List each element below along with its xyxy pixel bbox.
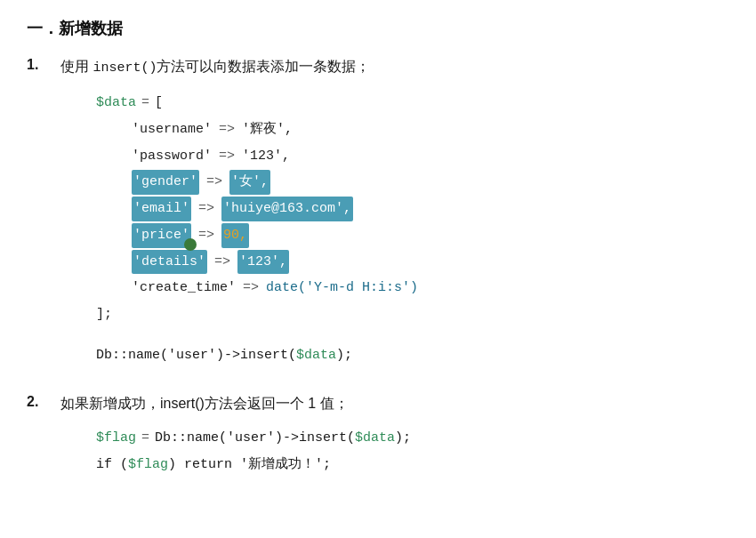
code-line-if-flag: if ($flag) return '新增成功！'; <box>60 452 729 478</box>
bracket-open: [ <box>155 91 163 116</box>
val-password: '123', <box>242 144 290 169</box>
code-line-details: 'details' => '123', <box>60 249 729 276</box>
code-line-bracket-close: ]; <box>60 301 729 328</box>
flag-var: $flag <box>96 426 136 451</box>
val-price: 90, <box>221 223 249 248</box>
arrow-password: => <box>219 144 235 169</box>
code-line-email: 'email' => 'huiye@163.com', <box>60 196 729 222</box>
code-line-username: 'username' => '辉夜', <box>60 116 729 143</box>
arrow-gender: => <box>206 170 222 195</box>
list-item-1: 1. 使用 insert()方法可以向数据表添加一条数据； $data = [ … <box>27 55 729 373</box>
key-gender: 'gender' <box>132 170 199 195</box>
list-desc-1: 使用 insert()方法可以向数据表添加一条数据； <box>60 55 729 79</box>
section-title: 一．新增数据 <box>27 18 729 39</box>
key-email: 'email' <box>132 197 191 221</box>
key-password: 'password' <box>132 144 212 169</box>
code-block-2: $flag = Db::name('user')->insert($data);… <box>60 422 729 482</box>
code-line-password: 'password' => '123', <box>60 143 729 170</box>
code-line-gender: 'gender' => '女', <box>60 169 729 196</box>
key-createtime: 'create_time' <box>132 276 236 301</box>
flag-equals: = <box>141 426 149 451</box>
arrow-details: => <box>214 250 230 275</box>
arrow-username: => <box>219 117 235 142</box>
list-num-2: 2. <box>27 394 52 410</box>
spacer <box>60 328 729 342</box>
arrow-createtime: => <box>243 276 259 301</box>
list-desc-2: 如果新增成功，insert()方法会返回一个 1 值； <box>60 392 729 415</box>
list-num-1: 1. <box>27 57 52 73</box>
main-list: 1. 使用 insert()方法可以向数据表添加一条数据； $data = [ … <box>27 55 729 482</box>
if-stmt: if ($flag) return '新增成功！'; <box>96 453 331 478</box>
key-details: 'details' <box>132 250 207 275</box>
db-call-text: Db::name('user')->insert($data); <box>96 343 352 368</box>
val-createtime: date('Y-m-d H:i:s') <box>266 276 418 301</box>
arrow-email: => <box>198 197 214 221</box>
equals-sign: = <box>141 91 149 116</box>
code-line-price: 'price' => 90, <box>60 222 729 249</box>
val-details: '123', <box>237 250 289 275</box>
code-line-createtime: 'create_time' => date('Y-m-d H:i:s') <box>60 275 729 301</box>
list-item-2: 2. 如果新增成功，insert()方法会返回一个 1 值； $flag = D… <box>27 392 729 482</box>
code-line-db-call: Db::name('user')->insert($data); <box>60 342 729 369</box>
key-username: 'username' <box>132 117 212 142</box>
code-line-flag-assign: $flag = Db::name('user')->insert($data); <box>60 425 729 452</box>
val-gender: '女', <box>229 170 270 195</box>
list-content-2: 如果新增成功，insert()方法会返回一个 1 值； $flag = Db::… <box>60 392 729 482</box>
key-price: 'price' <box>132 223 191 248</box>
val-username: '辉夜', <box>242 117 293 142</box>
cursor-icon <box>184 238 197 251</box>
bracket-close: ]; <box>96 302 112 327</box>
list-content-1: 使用 insert()方法可以向数据表添加一条数据； $data = [ 'us… <box>60 55 729 373</box>
flag-db-call: Db::name('user')->insert($data); <box>155 426 411 451</box>
arrow-price: => <box>198 223 214 248</box>
code-var-data: $data <box>96 91 136 116</box>
val-email: 'huiye@163.com', <box>221 197 353 221</box>
code-line-data-open: $data = [ <box>60 90 729 116</box>
code-block-1: $data = [ 'username' => '辉夜', 'password'… <box>60 86 729 373</box>
